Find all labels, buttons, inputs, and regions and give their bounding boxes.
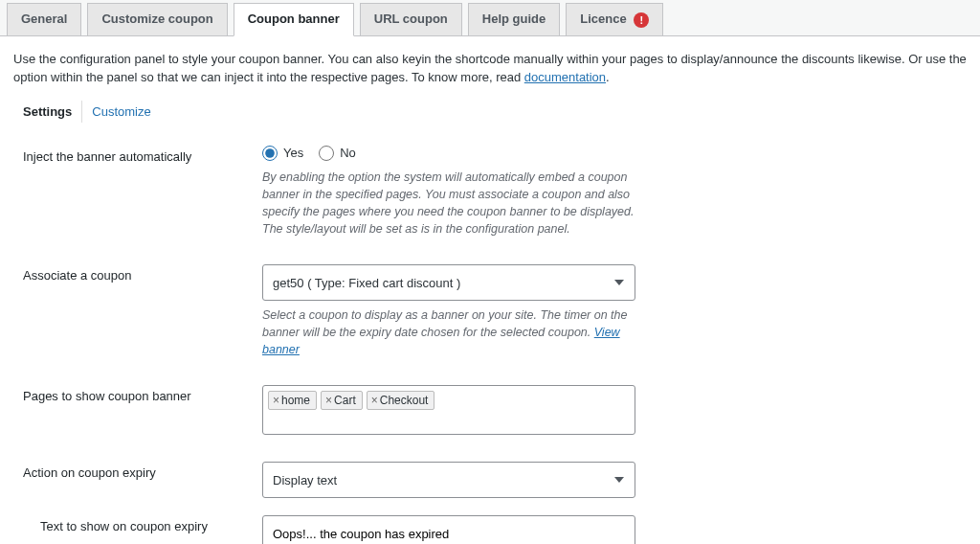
select-associate-value: get50 ( Type: Fixed cart discount ) (262, 264, 635, 301)
content-panel: Use the configuration panel to style you… (0, 36, 980, 544)
tab-general[interactable]: General (7, 3, 81, 35)
radio-inject-no[interactable]: No (319, 146, 356, 161)
documentation-link[interactable]: documentation (524, 70, 606, 84)
subtab-customize[interactable]: Customize (82, 101, 160, 123)
intro-text: Use the configuration panel to style you… (13, 50, 967, 87)
tag-cart: ×Cart (321, 391, 363, 410)
label-expiry-text: Text to show on coupon expiry (23, 515, 262, 533)
subtab-bar: Settings Customize (13, 101, 967, 123)
radio-yes-label: Yes (283, 146, 303, 160)
remove-tag-home[interactable]: × (273, 394, 279, 407)
radio-no-label: No (340, 146, 356, 160)
label-expiry-action: Action on coupon expiry (23, 462, 262, 480)
help-inject: By enabling the option the system will a… (262, 169, 635, 238)
tab-coupon-banner[interactable]: Coupon banner (234, 3, 354, 36)
tab-licence[interactable]: Licence ! (566, 3, 663, 35)
alert-icon: ! (634, 12, 649, 28)
row-expiry-text: Text to show on coupon expiry (13, 515, 967, 544)
tab-help-guide[interactable]: Help guide (468, 3, 560, 35)
tab-licence-label: Licence (580, 11, 626, 26)
tab-customize-coupon[interactable]: Customize coupon (87, 3, 227, 35)
select-associate-coupon[interactable]: get50 ( Type: Fixed cart discount ) (262, 264, 635, 301)
tag-home-label: home (281, 394, 310, 407)
pages-tag-input[interactable]: ×home ×Cart ×Checkout (262, 385, 635, 435)
tag-home: ×home (268, 391, 317, 410)
row-inject-banner: Inject the banner automatically Yes No B… (13, 136, 967, 256)
row-associate-coupon: Associate a coupon get50 ( Type: Fixed c… (13, 255, 967, 375)
intro-after: . (606, 70, 610, 84)
tab-bar: General Customize coupon Coupon banner U… (0, 0, 980, 36)
help-associate: Select a coupon to display as a banner o… (262, 306, 635, 358)
tab-url-coupon[interactable]: URL coupon (360, 3, 462, 35)
label-associate-coupon: Associate a coupon (23, 264, 262, 283)
subtab-settings[interactable]: Settings (13, 101, 82, 123)
radio-yes-input[interactable] (262, 146, 278, 161)
help-associate-text: Select a coupon to display as a banner o… (262, 308, 627, 339)
remove-tag-cart[interactable]: × (325, 394, 332, 407)
tag-cart-label: Cart (334, 394, 356, 407)
select-expiry-action[interactable]: Display text (262, 462, 635, 498)
label-inject-banner: Inject the banner automatically (23, 146, 262, 164)
intro-before: Use the configuration panel to style you… (13, 52, 967, 85)
label-pages: Pages to show coupon banner (23, 385, 262, 403)
row-pages: Pages to show coupon banner ×home ×Cart … (13, 375, 967, 452)
input-expiry-text[interactable] (262, 515, 635, 544)
tag-checkout: ×Checkout (367, 391, 435, 410)
remove-tag-checkout[interactable]: × (371, 394, 378, 407)
radio-group-inject: Yes No (262, 146, 635, 161)
radio-inject-yes[interactable]: Yes (262, 146, 303, 161)
select-expiry-action-value: Display text (262, 462, 635, 498)
radio-no-input[interactable] (319, 146, 334, 161)
row-expiry-action: Action on coupon expiry Display text (13, 452, 967, 515)
tag-checkout-label: Checkout (380, 394, 429, 407)
